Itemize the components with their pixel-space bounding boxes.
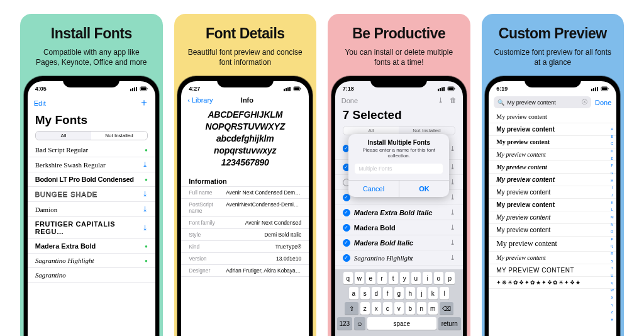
index-letter[interactable]: S [609,259,614,263]
key[interactable]: z [360,302,370,315]
index-letter[interactable]: A [609,127,614,131]
key[interactable]: k [428,287,438,300]
font-row[interactable]: Sagrantino [28,268,155,283]
preview-row[interactable]: My preview content [489,148,616,161]
key-return[interactable]: return [438,317,461,330]
done-button[interactable]: Done [341,97,358,104]
key-emoji[interactable]: ☺ [354,317,365,330]
edit-button[interactable]: Edit [34,99,46,107]
index-letter[interactable]: I [609,186,614,189]
index-letter[interactable]: W [609,288,614,292]
index-bar[interactable]: ABCDEFGHIJKLMNOPQRSTUVWXYZ# [609,125,614,323]
index-letter[interactable]: # [609,318,614,322]
selectable-font-row[interactable]: Sagrantino Highlight⤓ [335,250,463,266]
segment-all[interactable]: All [36,132,92,140]
index-letter[interactable]: U [609,274,614,277]
index-letter[interactable]: T [609,266,614,270]
preview-row[interactable]: My preview content [489,111,616,123]
index-letter[interactable]: E [609,157,614,160]
font-row[interactable]: Bodoni LT Pro Bold Condensed● [28,172,155,187]
font-row[interactable]: BUNGEE SHADE⤓ [28,187,155,202]
checkbox[interactable] [343,224,350,232]
key-123[interactable]: 123 [337,317,352,330]
key[interactable]: j [417,287,426,300]
index-letter[interactable]: R [609,252,614,255]
selectable-font-row[interactable]: Madera Bold⤓ [335,220,463,235]
index-letter[interactable]: Z [609,310,614,314]
cancel-button[interactable]: Cancel [348,181,399,197]
font-row[interactable]: Sagrantino Highlight● [28,254,155,268]
selectable-font-row[interactable]: Madera Extra Bold Italic⤓ [335,205,463,220]
index-letter[interactable]: O [609,230,614,233]
index-letter[interactable]: G [609,171,614,175]
key[interactable]: u [411,272,421,284]
index-letter[interactable]: J [609,193,614,197]
selectable-font-row[interactable]: Madera Bold Italic⤓ [335,235,463,250]
index-letter[interactable]: L [609,208,614,211]
key[interactable]: h [406,287,415,300]
key[interactable]: x [372,302,381,315]
trash-icon[interactable]: 🗑 [450,96,457,104]
key[interactable]: p [445,272,455,284]
checkbox[interactable] [343,254,350,262]
download-icon[interactable]: ⤓ [438,96,443,104]
preview-row[interactable]: My preview content [489,123,616,136]
preview-row[interactable]: My preview content [489,186,616,199]
index-letter[interactable]: N [609,223,614,227]
keyboard[interactable]: qwertyuiop asdfghjkl ⇧zxcvbnm⌫ 123 ☺ spa… [335,269,463,336]
key[interactable]: m [428,302,438,315]
index-letter[interactable]: H [609,179,614,182]
font-row[interactable]: Berkshire Swash Regular⤓ [28,157,155,172]
clear-icon[interactable]: ⓧ [582,98,587,106]
checkbox[interactable] [343,239,350,247]
index-letter[interactable]: K [609,201,614,204]
preview-row[interactable]: My preview content [489,224,616,237]
key[interactable]: y [400,272,409,284]
key[interactable]: i [423,272,432,284]
preview-row[interactable]: My preview content [489,252,616,264]
key[interactable]: s [360,287,370,300]
preview-row[interactable]: MY PREVIEW CONTENT [489,264,616,277]
key[interactable]: q [343,272,353,284]
index-letter[interactable]: C [609,142,614,145]
done-button[interactable]: Done [595,99,611,106]
preview-row[interactable]: My preview content [489,174,616,186]
index-letter[interactable]: F [609,164,614,167]
search-input[interactable]: 🔍 My preview content ⓧ [494,96,591,108]
preview-row[interactable]: My preview content [489,199,616,211]
segment-not-installed[interactable]: Not Installed [91,132,147,140]
segmented-control[interactable]: All Not Installed [35,131,148,140]
key-space[interactable]: space [367,317,436,330]
font-row[interactable]: Damion⤓ [28,202,155,217]
modal-input[interactable]: Multiple Fonts [355,164,443,174]
preview-row[interactable]: My preview content [489,211,616,224]
preview-row[interactable]: My preview content [489,237,616,252]
key[interactable]: l [440,287,449,300]
key[interactable]: r [377,272,387,284]
preview-row[interactable]: My preview content [489,136,616,148]
key[interactable]: f [383,287,392,300]
font-row[interactable]: Bad Script Regular● [28,143,155,157]
key[interactable]: t [389,272,398,284]
index-letter[interactable]: X [609,296,614,300]
index-letter[interactable]: V [609,281,614,285]
preview-row[interactable]: ✦❋☀✿❖✦✿★✦❖✿☀✦❖★ [489,277,616,289]
key[interactable]: v [394,302,404,315]
key[interactable]: a [349,287,358,300]
ok-button[interactable]: OK [399,181,450,197]
key[interactable]: ⇧ [345,302,358,315]
key[interactable]: o [434,272,443,284]
key[interactable]: n [417,302,426,315]
key[interactable]: c [383,302,392,315]
key[interactable]: ⌫ [440,302,453,315]
index-letter[interactable]: Q [609,244,614,248]
index-letter[interactable]: Y [609,303,614,307]
key[interactable]: e [366,272,375,284]
index-letter[interactable]: M [609,215,614,219]
key[interactable]: b [406,302,415,315]
font-row[interactable]: FRUTIGER CAPITALIS REGU…⤓ [28,217,155,239]
key[interactable]: d [372,287,381,300]
add-button[interactable]: ＋ [139,96,149,109]
font-row[interactable]: Madera Extra Bold● [28,239,155,254]
checkbox[interactable] [343,209,350,216]
